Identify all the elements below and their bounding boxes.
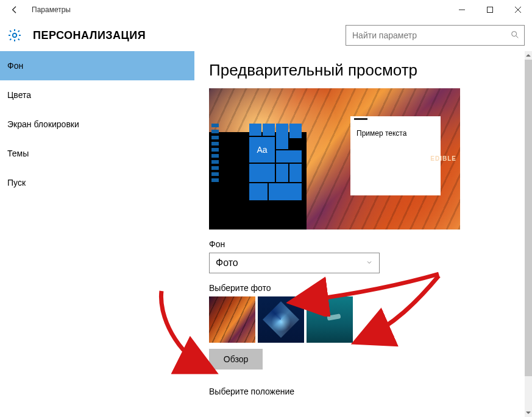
preview-tile-aa: Aa <box>249 137 275 163</box>
choose-photo-label: Выберите фото <box>209 283 511 293</box>
preview-tiles: Aa <box>249 124 304 215</box>
content: Предварительный просмотр Aa <box>194 51 511 396</box>
sidebar-item-label: Фон <box>7 61 23 71</box>
background-label: Фон <box>209 239 511 249</box>
sidebar-item-label: Цвета <box>7 90 31 100</box>
preview-overlay-word: EDIBLE <box>430 155 456 162</box>
sidebar: Фон Цвета Экран блокировки Темы Пуск <box>0 51 194 417</box>
svg-point-2 <box>512 32 517 37</box>
search-input[interactable] <box>346 25 525 46</box>
gear-icon <box>7 28 22 43</box>
dropdown-value: Фото <box>216 258 238 268</box>
section-title: ПЕРСОНАЛИЗАЦИЯ <box>33 29 146 42</box>
thumb-win10[interactable] <box>258 296 304 343</box>
sidebar-item-themes[interactable]: Темы <box>0 139 194 168</box>
preview-sample-text: Пример текста <box>350 124 441 142</box>
background-dropdown[interactable]: Фото <box>209 253 380 273</box>
minimize-button[interactable] <box>448 0 476 19</box>
thumb-ocean[interactable] <box>307 296 353 343</box>
sidebar-item-background[interactable]: Фон <box>0 51 194 80</box>
svg-point-1 <box>13 33 16 37</box>
choose-fit-label: Выберите положение <box>209 387 511 396</box>
titlebar: Параметры <box>0 0 532 19</box>
thumb-canyon[interactable] <box>209 296 255 343</box>
sidebar-item-start[interactable]: Пуск <box>0 168 194 197</box>
vertical-scrollbar[interactable] <box>525 51 532 417</box>
sidebar-item-colors[interactable]: Цвета <box>0 80 194 110</box>
scroll-down-arrow[interactable] <box>525 408 532 417</box>
sidebar-item-label: Темы <box>7 149 29 158</box>
close-button[interactable] <box>504 0 532 19</box>
thumb-blank[interactable] <box>355 296 402 343</box>
sidebar-item-label: Пуск <box>7 178 26 187</box>
browse-button[interactable]: Обзор <box>209 349 263 370</box>
photo-thumbnails <box>209 296 511 343</box>
preview-sample-window: Пример текста <box>350 116 441 195</box>
maximize-button[interactable] <box>476 0 504 19</box>
sidebar-item-lockscreen[interactable]: Экран блокировки <box>0 110 194 139</box>
preview-start-list <box>211 124 219 184</box>
search-icon <box>510 30 520 40</box>
header-row: ПЕРСОНАЛИЗАЦИЯ <box>0 19 532 51</box>
window-controls <box>448 0 532 19</box>
sidebar-item-label: Экран блокировки <box>7 119 79 129</box>
back-button[interactable] <box>5 0 24 19</box>
chevron-down-icon <box>366 258 373 268</box>
preview-heading: Предварительный просмотр <box>209 61 511 80</box>
window-title: Параметры <box>32 5 71 14</box>
svg-rect-0 <box>488 7 493 13</box>
search-box <box>346 25 525 46</box>
desktop-preview: Aa Пример текста EDIBLE <box>209 88 460 230</box>
scroll-thumb[interactable] <box>525 60 532 376</box>
scroll-up-arrow[interactable] <box>525 51 532 60</box>
